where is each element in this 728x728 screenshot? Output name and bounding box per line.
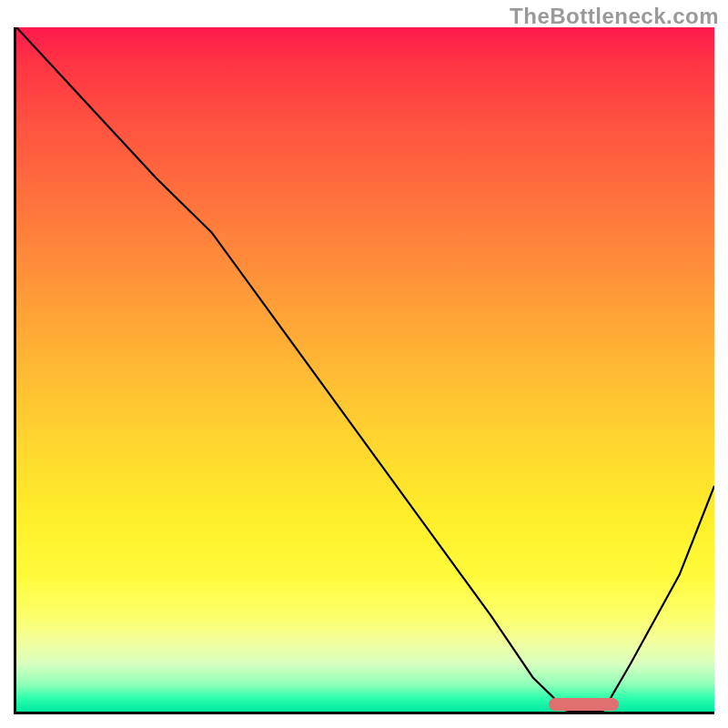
plot-area	[14, 27, 714, 714]
bottleneck-curve-path	[16, 27, 714, 712]
optimal-range-marker	[549, 698, 619, 711]
watermark-text: TheBottleneck.com	[510, 4, 719, 29]
chart-container: TheBottleneck.com	[0, 0, 728, 728]
line-svg	[16, 27, 714, 712]
